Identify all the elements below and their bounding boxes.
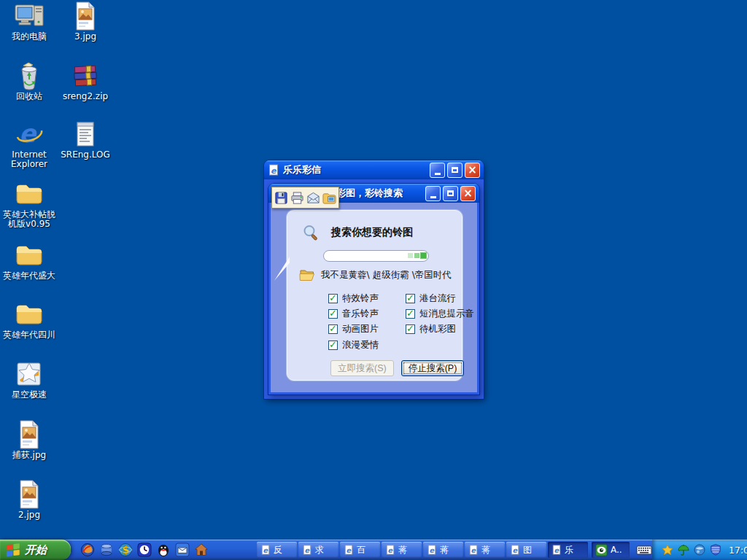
desktop-icon-3-jpg[interactable]: 3.jpg xyxy=(57,1,114,42)
check-icon: ✓ xyxy=(406,323,414,334)
desktop-icon-label: Internet Explorer xyxy=(1,150,58,169)
finance-globe-icon[interactable] xyxy=(118,542,133,557)
email-icon[interactable] xyxy=(306,191,320,205)
desktop-icon-capture-jpg[interactable]: 捕获.jpg xyxy=(1,420,58,460)
image-file-icon xyxy=(71,1,100,31)
my-pictures-icon[interactable] xyxy=(322,191,336,205)
window-caitu-cailing-search: 彩图，彩铃搜索 × 搜索你想要的铃图 我不是黄蓉\ 超级街霸 \帝 xyxy=(268,184,479,394)
checkbox-gangtai-liuxing[interactable]: ✓ 港台流行 xyxy=(406,292,456,305)
window-ie-icon xyxy=(268,164,279,176)
save-icon[interactable] xyxy=(274,191,288,205)
start-label: 开始 xyxy=(25,543,47,557)
checkbox[interactable]: ✓ xyxy=(328,324,338,334)
search-heading: 搜索你想要的铃图 xyxy=(331,226,413,239)
category-path-text: 我不是黄蓉\ 超级街霸 \帝国时代 xyxy=(321,269,452,281)
task-button-label: 反 xyxy=(274,544,282,556)
desktop-icon-2-jpg[interactable]: 2.jpg xyxy=(1,480,58,520)
print-icon[interactable] xyxy=(290,191,304,205)
task-button-active[interactable]: 乐 xyxy=(548,542,588,558)
maximize-glyph xyxy=(452,167,458,173)
my-computer-icon xyxy=(15,1,44,31)
check-icon: ✓ xyxy=(406,308,414,319)
task-button[interactable]: 蒋 xyxy=(382,542,422,558)
task-button[interactable]: 蒋 xyxy=(423,542,463,558)
clock-app-icon[interactable] xyxy=(137,542,152,557)
task-button[interactable]: 求 xyxy=(298,542,338,558)
browser-compass-icon[interactable] xyxy=(80,542,95,557)
stop-search-button[interactable]: 停止搜索(P) xyxy=(401,360,465,376)
checkbox[interactable]: ✓ xyxy=(328,294,338,303)
task-button[interactable]: 反 xyxy=(257,542,297,558)
minimize-glyph xyxy=(435,173,441,175)
progress-square-icon xyxy=(414,253,419,258)
desktop-icon-internet-explorer[interactable]: Internet Explorer xyxy=(1,120,58,169)
globe-tray-icon[interactable] xyxy=(694,544,705,556)
folder-icon xyxy=(15,179,44,209)
taskbar: 开始 反 求 百 蒋 xyxy=(0,540,747,560)
check-icon: ✓ xyxy=(329,323,337,334)
checkbox-yinyue-lingsheng[interactable]: ✓ 音乐铃声 xyxy=(328,308,379,320)
checkbox-texiao-lingsheng[interactable]: ✓ 特效铃声 xyxy=(328,292,379,305)
start-button[interactable]: 开始 xyxy=(0,540,71,560)
ie-page-icon xyxy=(510,545,520,555)
minimize-button[interactable] xyxy=(430,163,445,178)
checkbox[interactable]: ✓ xyxy=(406,309,415,319)
minimize-button[interactable] xyxy=(425,186,441,201)
close-button[interactable]: × xyxy=(460,186,476,201)
checkbox-donghua-tupian[interactable]: ✓ 动画图片 xyxy=(328,323,379,335)
task-button[interactable]: 蒋 xyxy=(465,542,505,558)
desktop-icon-label: 我的电脑 xyxy=(1,32,58,42)
search-now-button[interactable]: 立即搜索(S) xyxy=(330,360,394,376)
task-buttons: 反 求 百 蒋 蒋 蒋 图 xyxy=(257,542,630,558)
checkbox[interactable]: ✓ xyxy=(406,324,415,334)
outlook-express-icon[interactable] xyxy=(175,542,190,557)
checkbox-duanxiaoxi-tishiyin[interactable]: ✓ 短消息提示音 xyxy=(406,308,474,320)
umbrella-tray-icon[interactable] xyxy=(678,544,689,556)
checkbox[interactable]: ✓ xyxy=(328,341,338,350)
checkbox[interactable]: ✓ xyxy=(406,294,415,303)
desktop-icon-xingkong-jisu[interactable]: 星空极速 xyxy=(1,359,58,400)
checkbox-label: 待机彩图 xyxy=(419,323,456,335)
task-button-label: 求 xyxy=(315,544,324,556)
ie-page-icon xyxy=(427,545,437,555)
ie-page-icon xyxy=(468,545,479,555)
desktop-icon-label: SREng.LOG xyxy=(57,150,114,160)
checkbox-daiji-caitu[interactable]: ✓ 待机彩图 xyxy=(406,323,456,335)
image-file-icon xyxy=(15,420,44,449)
shield-tray-icon[interactable] xyxy=(710,544,721,556)
desktop-icon-folder-hero-sichuan[interactable]: 英雄年代四川 xyxy=(1,300,58,340)
desktop-icon-folder-hero-shanda[interactable]: 英雄年代盛大 xyxy=(1,241,58,281)
maximize-button[interactable] xyxy=(447,163,462,178)
desktop-icon-folder-hero-patch[interactable]: 英雄大补帖脱机版v0.95 xyxy=(1,179,58,229)
task-button[interactable]: 百 xyxy=(340,542,380,558)
close-button[interactable]: × xyxy=(465,163,480,178)
maximize-button[interactable] xyxy=(443,186,458,201)
database-icon[interactable] xyxy=(99,542,114,557)
qq-penguin-icon[interactable] xyxy=(156,542,171,557)
ime-indicator[interactable] xyxy=(636,544,652,556)
folder-icon xyxy=(15,300,44,329)
search-input[interactable] xyxy=(323,250,429,262)
ie-page-icon xyxy=(260,545,271,555)
desktop-icon-label: 3.jpg xyxy=(57,32,114,42)
home-icon[interactable] xyxy=(194,542,209,557)
task-button-image-viewer[interactable]: A.. xyxy=(592,542,630,558)
windows-flag-icon xyxy=(5,542,21,558)
desktop-icon-sreng-log[interactable]: SREng.LOG xyxy=(57,120,114,160)
task-button-label: 图 xyxy=(523,544,532,556)
desktop-icon-sreng2-zip[interactable]: sreng2.zip xyxy=(57,61,114,101)
desktop-icon-label: 英雄年代四川 xyxy=(1,330,58,340)
task-button[interactable]: 图 xyxy=(506,542,546,558)
checkbox[interactable]: ✓ xyxy=(328,309,338,319)
star-tray-icon[interactable] xyxy=(662,544,673,556)
desktop-icon-my-computer[interactable]: 我的电脑 xyxy=(1,1,58,42)
star-app-icon xyxy=(15,359,44,389)
open-folder-icon xyxy=(299,268,315,281)
desktop-icon-recycle-bin[interactable]: 回收站 xyxy=(1,61,58,101)
title-bar[interactable]: 乐乐彩信 × xyxy=(264,160,484,179)
window-title: 乐乐彩信 xyxy=(283,163,427,176)
internet-explorer-icon xyxy=(15,120,44,149)
keyboard-icon xyxy=(636,544,652,556)
checkbox-label: 港台流行 xyxy=(419,292,456,305)
checkbox-langman-aiqing[interactable]: ✓ 浪漫爱情 xyxy=(328,339,379,351)
